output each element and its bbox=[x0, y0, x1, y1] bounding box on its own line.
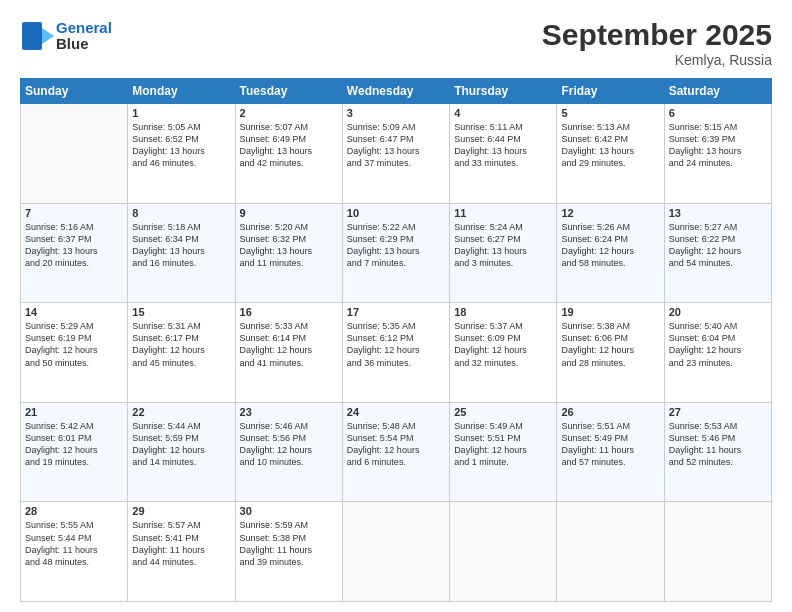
calendar-cell: 17Sunrise: 5:35 AM Sunset: 6:12 PM Dayli… bbox=[342, 303, 449, 403]
col-header-sunday: Sunday bbox=[21, 79, 128, 104]
day-number: 14 bbox=[25, 306, 123, 318]
calendar-cell: 20Sunrise: 5:40 AM Sunset: 6:04 PM Dayli… bbox=[664, 303, 771, 403]
calendar-table: SundayMondayTuesdayWednesdayThursdayFrid… bbox=[20, 78, 772, 602]
day-number: 20 bbox=[669, 306, 767, 318]
day-number: 25 bbox=[454, 406, 552, 418]
calendar-cell: 15Sunrise: 5:31 AM Sunset: 6:17 PM Dayli… bbox=[128, 303, 235, 403]
calendar-cell: 13Sunrise: 5:27 AM Sunset: 6:22 PM Dayli… bbox=[664, 203, 771, 303]
calendar-cell: 5Sunrise: 5:13 AM Sunset: 6:42 PM Daylig… bbox=[557, 104, 664, 204]
header: GeneralBlue September 2025 Kemlya, Russi… bbox=[20, 18, 772, 68]
day-number: 1 bbox=[132, 107, 230, 119]
calendar-cell bbox=[450, 502, 557, 602]
calendar-cell: 14Sunrise: 5:29 AM Sunset: 6:19 PM Dayli… bbox=[21, 303, 128, 403]
calendar-cell: 24Sunrise: 5:48 AM Sunset: 5:54 PM Dayli… bbox=[342, 402, 449, 502]
header-row: SundayMondayTuesdayWednesdayThursdayFrid… bbox=[21, 79, 772, 104]
calendar-cell: 23Sunrise: 5:46 AM Sunset: 5:56 PM Dayli… bbox=[235, 402, 342, 502]
day-info: Sunrise: 5:57 AM Sunset: 5:41 PM Dayligh… bbox=[132, 519, 230, 568]
day-info: Sunrise: 5:53 AM Sunset: 5:46 PM Dayligh… bbox=[669, 420, 767, 469]
calendar-cell: 10Sunrise: 5:22 AM Sunset: 6:29 PM Dayli… bbox=[342, 203, 449, 303]
day-info: Sunrise: 5:29 AM Sunset: 6:19 PM Dayligh… bbox=[25, 320, 123, 369]
calendar-cell: 3Sunrise: 5:09 AM Sunset: 6:47 PM Daylig… bbox=[342, 104, 449, 204]
day-info: Sunrise: 5:20 AM Sunset: 6:32 PM Dayligh… bbox=[240, 221, 338, 270]
calendar-cell: 4Sunrise: 5:11 AM Sunset: 6:44 PM Daylig… bbox=[450, 104, 557, 204]
day-info: Sunrise: 5:15 AM Sunset: 6:39 PM Dayligh… bbox=[669, 121, 767, 170]
day-number: 19 bbox=[561, 306, 659, 318]
day-info: Sunrise: 5:16 AM Sunset: 6:37 PM Dayligh… bbox=[25, 221, 123, 270]
day-number: 27 bbox=[669, 406, 767, 418]
calendar-cell: 7Sunrise: 5:16 AM Sunset: 6:37 PM Daylig… bbox=[21, 203, 128, 303]
calendar-cell: 11Sunrise: 5:24 AM Sunset: 6:27 PM Dayli… bbox=[450, 203, 557, 303]
day-number: 7 bbox=[25, 207, 123, 219]
day-info: Sunrise: 5:49 AM Sunset: 5:51 PM Dayligh… bbox=[454, 420, 552, 469]
day-number: 17 bbox=[347, 306, 445, 318]
day-number: 11 bbox=[454, 207, 552, 219]
svg-rect-0 bbox=[22, 22, 42, 50]
day-number: 15 bbox=[132, 306, 230, 318]
calendar-cell: 19Sunrise: 5:38 AM Sunset: 6:06 PM Dayli… bbox=[557, 303, 664, 403]
day-info: Sunrise: 5:26 AM Sunset: 6:24 PM Dayligh… bbox=[561, 221, 659, 270]
day-info: Sunrise: 5:11 AM Sunset: 6:44 PM Dayligh… bbox=[454, 121, 552, 170]
calendar-cell: 2Sunrise: 5:07 AM Sunset: 6:49 PM Daylig… bbox=[235, 104, 342, 204]
day-number: 28 bbox=[25, 505, 123, 517]
calendar-cell: 29Sunrise: 5:57 AM Sunset: 5:41 PM Dayli… bbox=[128, 502, 235, 602]
day-info: Sunrise: 5:07 AM Sunset: 6:49 PM Dayligh… bbox=[240, 121, 338, 170]
week-row-1: 1Sunrise: 5:05 AM Sunset: 6:52 PM Daylig… bbox=[21, 104, 772, 204]
day-number: 5 bbox=[561, 107, 659, 119]
calendar-cell bbox=[664, 502, 771, 602]
day-number: 18 bbox=[454, 306, 552, 318]
day-info: Sunrise: 5:59 AM Sunset: 5:38 PM Dayligh… bbox=[240, 519, 338, 568]
day-number: 16 bbox=[240, 306, 338, 318]
day-number: 22 bbox=[132, 406, 230, 418]
day-info: Sunrise: 5:35 AM Sunset: 6:12 PM Dayligh… bbox=[347, 320, 445, 369]
week-row-4: 21Sunrise: 5:42 AM Sunset: 6:01 PM Dayli… bbox=[21, 402, 772, 502]
day-number: 13 bbox=[669, 207, 767, 219]
day-info: Sunrise: 5:18 AM Sunset: 6:34 PM Dayligh… bbox=[132, 221, 230, 270]
day-info: Sunrise: 5:48 AM Sunset: 5:54 PM Dayligh… bbox=[347, 420, 445, 469]
day-number: 6 bbox=[669, 107, 767, 119]
day-info: Sunrise: 5:09 AM Sunset: 6:47 PM Dayligh… bbox=[347, 121, 445, 170]
week-row-5: 28Sunrise: 5:55 AM Sunset: 5:44 PM Dayli… bbox=[21, 502, 772, 602]
day-number: 8 bbox=[132, 207, 230, 219]
calendar-cell bbox=[21, 104, 128, 204]
logo-text: GeneralBlue bbox=[56, 20, 112, 53]
location: Kemlya, Russia bbox=[542, 52, 772, 68]
day-number: 2 bbox=[240, 107, 338, 119]
calendar-cell: 26Sunrise: 5:51 AM Sunset: 5:49 PM Dayli… bbox=[557, 402, 664, 502]
day-info: Sunrise: 5:22 AM Sunset: 6:29 PM Dayligh… bbox=[347, 221, 445, 270]
calendar-cell: 6Sunrise: 5:15 AM Sunset: 6:39 PM Daylig… bbox=[664, 104, 771, 204]
calendar-cell: 16Sunrise: 5:33 AM Sunset: 6:14 PM Dayli… bbox=[235, 303, 342, 403]
day-info: Sunrise: 5:37 AM Sunset: 6:09 PM Dayligh… bbox=[454, 320, 552, 369]
day-info: Sunrise: 5:38 AM Sunset: 6:06 PM Dayligh… bbox=[561, 320, 659, 369]
calendar-cell: 9Sunrise: 5:20 AM Sunset: 6:32 PM Daylig… bbox=[235, 203, 342, 303]
day-info: Sunrise: 5:46 AM Sunset: 5:56 PM Dayligh… bbox=[240, 420, 338, 469]
col-header-thursday: Thursday bbox=[450, 79, 557, 104]
calendar-cell: 25Sunrise: 5:49 AM Sunset: 5:51 PM Dayli… bbox=[450, 402, 557, 502]
day-info: Sunrise: 5:13 AM Sunset: 6:42 PM Dayligh… bbox=[561, 121, 659, 170]
day-number: 10 bbox=[347, 207, 445, 219]
day-number: 4 bbox=[454, 107, 552, 119]
day-info: Sunrise: 5:24 AM Sunset: 6:27 PM Dayligh… bbox=[454, 221, 552, 270]
day-number: 12 bbox=[561, 207, 659, 219]
calendar-cell: 27Sunrise: 5:53 AM Sunset: 5:46 PM Dayli… bbox=[664, 402, 771, 502]
day-info: Sunrise: 5:31 AM Sunset: 6:17 PM Dayligh… bbox=[132, 320, 230, 369]
title-block: September 2025 Kemlya, Russia bbox=[542, 18, 772, 68]
day-info: Sunrise: 5:05 AM Sunset: 6:52 PM Dayligh… bbox=[132, 121, 230, 170]
svg-marker-1 bbox=[42, 28, 54, 44]
col-header-tuesday: Tuesday bbox=[235, 79, 342, 104]
day-info: Sunrise: 5:33 AM Sunset: 6:14 PM Dayligh… bbox=[240, 320, 338, 369]
col-header-saturday: Saturday bbox=[664, 79, 771, 104]
day-number: 24 bbox=[347, 406, 445, 418]
day-info: Sunrise: 5:51 AM Sunset: 5:49 PM Dayligh… bbox=[561, 420, 659, 469]
week-row-2: 7Sunrise: 5:16 AM Sunset: 6:37 PM Daylig… bbox=[21, 203, 772, 303]
calendar-cell: 30Sunrise: 5:59 AM Sunset: 5:38 PM Dayli… bbox=[235, 502, 342, 602]
calendar-cell: 8Sunrise: 5:18 AM Sunset: 6:34 PM Daylig… bbox=[128, 203, 235, 303]
col-header-monday: Monday bbox=[128, 79, 235, 104]
day-info: Sunrise: 5:27 AM Sunset: 6:22 PM Dayligh… bbox=[669, 221, 767, 270]
day-info: Sunrise: 5:42 AM Sunset: 6:01 PM Dayligh… bbox=[25, 420, 123, 469]
calendar-cell: 1Sunrise: 5:05 AM Sunset: 6:52 PM Daylig… bbox=[128, 104, 235, 204]
col-header-friday: Friday bbox=[557, 79, 664, 104]
page: GeneralBlue September 2025 Kemlya, Russi… bbox=[0, 0, 792, 612]
day-number: 29 bbox=[132, 505, 230, 517]
day-number: 3 bbox=[347, 107, 445, 119]
calendar-cell: 28Sunrise: 5:55 AM Sunset: 5:44 PM Dayli… bbox=[21, 502, 128, 602]
